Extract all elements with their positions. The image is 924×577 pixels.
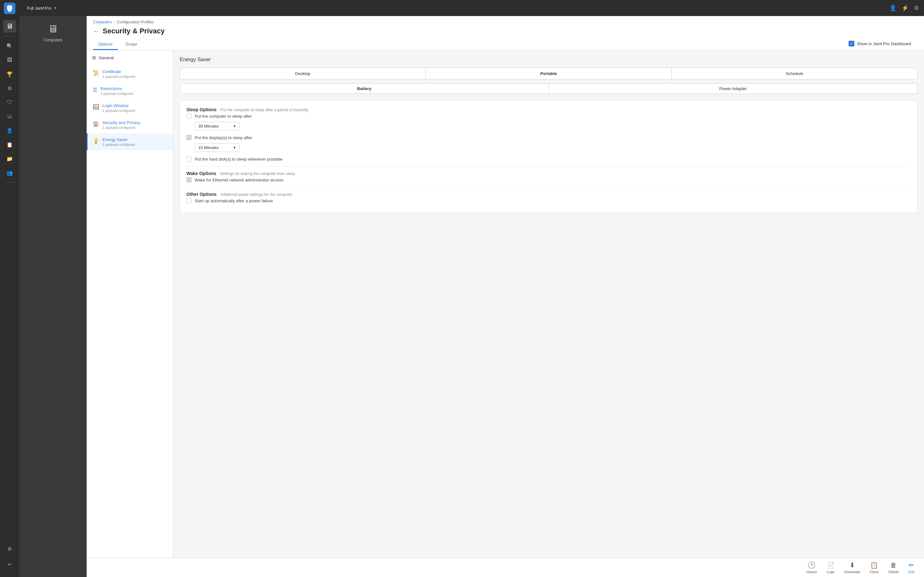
- sidebar-item-restrictions[interactable]: ☰ Restrictions 1 payload configured: [87, 82, 173, 99]
- tab-scope[interactable]: Scope: [120, 39, 142, 50]
- energy-saver-icon: 💡: [93, 138, 99, 144]
- show-dashboard-checkbox[interactable]: ✓: [849, 41, 855, 47]
- sleep-harddisk-row: Put the hard disk(s) to sleep whenever p…: [186, 156, 911, 161]
- show-dashboard-label: Show in Jamf Pro Dashboard: [857, 41, 911, 46]
- sleep-options-heading: Sleep Options Put the computer to sleep …: [186, 107, 911, 112]
- general-label: General: [99, 55, 113, 60]
- sidebar: 🖥 Computers: [19, 16, 87, 577]
- login-window-subtitle: 1 payload configured: [102, 109, 135, 113]
- top-header: Full Jamf Pro ▼ 👤 ⚡ ⚙: [19, 0, 924, 16]
- nav-item-scripts[interactable]: 📋: [3, 138, 16, 151]
- delete-button[interactable]: 🗑 Delete: [888, 562, 899, 574]
- breadcrumb: Computers : Configuration Profiles: [93, 20, 918, 24]
- sleep-display-dropdown-row: 15 Minutes ▼: [195, 143, 911, 152]
- security-privacy-subtitle: 1 payload configured: [102, 126, 141, 129]
- wake-ethernet-row: ✓ Wake for Ethernet network administrato…: [186, 177, 911, 182]
- nav-item-cog[interactable]: ⚙: [3, 82, 16, 95]
- nav-item-computers[interactable]: 🖥: [3, 20, 16, 33]
- main-container: Full Jamf Pro ▼ 👤 ⚡ ⚙ 🖥 Computers Comput…: [19, 0, 924, 577]
- right-panel: Energy Saver Desktop Portable Schedule B…: [173, 50, 924, 558]
- sleep-computer-checkbox[interactable]: [186, 113, 192, 119]
- download-label: Download: [845, 570, 860, 574]
- sidebar-item-general[interactable]: ⚙ General: [87, 50, 173, 65]
- tab-battery[interactable]: Battery: [180, 84, 549, 93]
- wake-options-heading: Wake Options Settings for waking the com…: [186, 171, 911, 176]
- wake-ethernet-checkbox[interactable]: ✓: [186, 177, 192, 182]
- tab-portable[interactable]: Portable: [426, 68, 672, 79]
- security-privacy-icon: 🏠: [93, 121, 99, 127]
- nav-item-shield[interactable]: 🛡: [3, 96, 16, 109]
- nav-item-packages[interactable]: 📁: [3, 152, 16, 165]
- sleep-harddisk-label: Put the hard disk(s) to sleep whenever p…: [195, 157, 282, 161]
- startup-power-checkbox[interactable]: [186, 198, 192, 203]
- sleep-display-value: 15 Minutes: [198, 145, 219, 150]
- energy-saver-subtitle: 1 payload configured: [102, 143, 135, 147]
- sleep-computer-dropdown[interactable]: 30 Minutes ▼: [195, 122, 240, 131]
- delete-icon: 🗑: [890, 562, 897, 569]
- sleep-computer-row: Put the computer to sleep after: [186, 113, 911, 119]
- bottom-toolbar: 🕐 History 📄 Logs ⬇ Download 📋 Clone 🗑: [87, 558, 924, 577]
- download-button[interactable]: ⬇ Download: [845, 561, 860, 574]
- user-icon[interactable]: 👤: [889, 5, 897, 11]
- sidebar-item-security-privacy[interactable]: 🏠 Security and Privacy 1 payload configu…: [87, 116, 173, 133]
- logs-icon: 📄: [827, 561, 835, 569]
- sleep-display-row: ✓ Put the display(s) to sleep after: [186, 135, 911, 140]
- dropdown-arrow-1: ▼: [233, 124, 236, 128]
- certificate-title: Certificate: [102, 69, 135, 74]
- lightning-icon[interactable]: ⚡: [901, 5, 909, 11]
- nav-rail: 🖥 🔍 🖼 🏆 ⚙ 🛡 🗂 👤 📋 📁 👥 ⚙ ↩: [0, 0, 19, 577]
- page-title-row: ← Security & Privacy: [93, 27, 918, 35]
- logs-button[interactable]: 📄 Logs: [827, 561, 835, 574]
- brand-text: Full Jamf Pro: [27, 6, 52, 11]
- nav-item-back-bottom[interactable]: ↩: [3, 558, 16, 571]
- sidebar-item-login-window[interactable]: 🪟 Login Window 1 payload configured: [87, 99, 173, 116]
- startup-power-row: Start up automatically after a power fai…: [186, 198, 911, 203]
- history-icon: 🕐: [808, 561, 816, 569]
- dropdown-arrow-2: ▼: [233, 146, 236, 149]
- clone-button[interactable]: 📋 Clone: [869, 561, 879, 574]
- nav-item-search[interactable]: 🔍: [3, 39, 16, 52]
- certificate-icon: 📜: [93, 70, 99, 76]
- tab-schedule[interactable]: Schedule: [672, 68, 917, 79]
- restrictions-icon: ☰: [93, 87, 97, 93]
- power-tabs: Battery Power Adapter: [180, 83, 918, 94]
- app-logo: [4, 3, 15, 14]
- nav-item-trophy[interactable]: 🏆: [3, 68, 16, 81]
- chevron-down-icon[interactable]: ▼: [53, 6, 57, 10]
- breadcrumb-current: Configuration Profiles: [117, 20, 153, 24]
- sleep-display-dropdown[interactable]: 15 Minutes ▼: [195, 143, 240, 152]
- logs-label: Logs: [827, 570, 835, 574]
- sidebar-item-energy-saver[interactable]: 💡 Energy Saver 1 payload configured: [87, 133, 173, 150]
- restrictions-title: Restrictions: [100, 86, 133, 91]
- sleep-harddisk-checkbox[interactable]: [186, 156, 192, 161]
- edit-label: Edit: [908, 570, 914, 574]
- sleep-options-subheading: Put the computer to sleep after a period…: [220, 108, 308, 112]
- divider-2: [186, 187, 911, 187]
- tab-desktop[interactable]: Desktop: [180, 68, 426, 79]
- sleep-display-checkbox[interactable]: ✓: [186, 135, 192, 140]
- edit-icon: ✏: [909, 561, 914, 569]
- wake-options-subheading: Settings for waking the computer from sl…: [220, 171, 295, 176]
- sleep-computer-dropdown-row: 30 Minutes ▼: [195, 122, 911, 131]
- login-window-icon: 🪟: [93, 104, 99, 110]
- options-card: Sleep Options Put the computer to sleep …: [180, 100, 918, 213]
- breadcrumb-parent[interactable]: Computers: [93, 20, 112, 24]
- page-header: Computers : Configuration Profiles ← Sec…: [87, 16, 924, 50]
- nav-item-devices[interactable]: 🖼: [3, 53, 16, 66]
- delete-label: Delete: [888, 570, 899, 574]
- nav-item-groups[interactable]: 👥: [3, 166, 16, 179]
- history-button[interactable]: 🕐 History: [806, 561, 817, 574]
- sleep-computer-label: Put the computer to sleep after: [195, 114, 252, 119]
- nav-item-categories[interactable]: 🗂: [3, 110, 16, 123]
- energy-saver-title: Energy Saver: [102, 137, 135, 142]
- sleep-display-label: Put the display(s) to sleep after: [195, 135, 252, 140]
- nav-item-accounts[interactable]: 👤: [3, 124, 16, 137]
- main-split: ⚙ General 📜 Certificate 1 payload config…: [87, 50, 924, 558]
- settings-icon[interactable]: ⚙: [914, 5, 919, 11]
- nav-item-settings-bottom[interactable]: ⚙: [3, 542, 16, 555]
- edit-button[interactable]: ✏ Edit: [908, 561, 914, 574]
- sidebar-item-certificate[interactable]: 📜 Certificate 1 payload configured: [87, 65, 173, 82]
- back-button[interactable]: ←: [93, 27, 99, 35]
- tab-options[interactable]: Options: [93, 39, 118, 50]
- tab-power-adapter[interactable]: Power Adapter: [549, 84, 918, 93]
